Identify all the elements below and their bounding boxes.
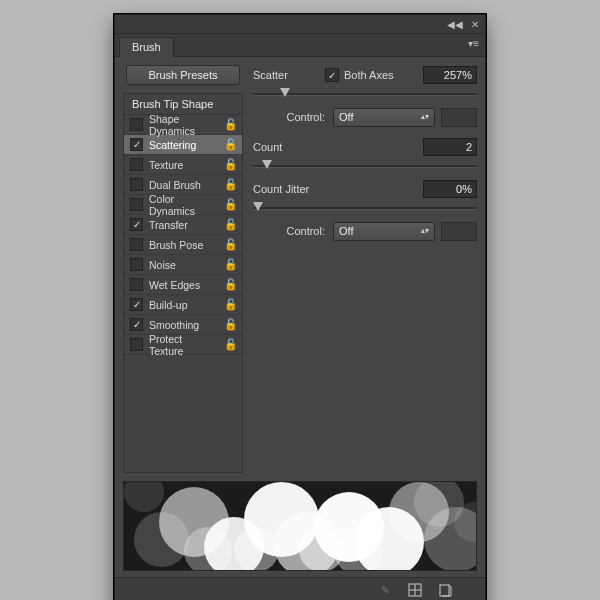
scatter-control-row: Control: Off▴▾ xyxy=(253,107,477,127)
count-row: Count 2 xyxy=(253,137,477,157)
brush-presets-button[interactable]: Brush Presets xyxy=(126,65,240,85)
count-jitter-row: Count Jitter 0% xyxy=(253,179,477,199)
new-preset-icon[interactable] xyxy=(437,582,453,598)
lock-icon[interactable]: 🔓 xyxy=(224,118,238,131)
option-scattering[interactable]: Scattering🔓 xyxy=(124,135,242,155)
option-checkbox[interactable] xyxy=(130,138,143,151)
lock-icon[interactable]: 🔓 xyxy=(224,138,238,151)
scatter-label: Scatter xyxy=(253,69,325,81)
option-shape-dynamics[interactable]: Shape Dynamics🔓 xyxy=(124,115,242,135)
option-label: Wet Edges xyxy=(149,279,218,291)
option-color-dynamics[interactable]: Color Dynamics🔓 xyxy=(124,195,242,215)
option-label: Smoothing xyxy=(149,319,218,331)
option-checkbox[interactable] xyxy=(130,118,143,131)
option-transfer[interactable]: Transfer🔓 xyxy=(124,215,242,235)
lock-icon[interactable]: 🔓 xyxy=(224,318,238,331)
both-axes-label: Both Axes xyxy=(344,69,394,81)
brush-stroke-preview xyxy=(123,481,477,571)
count-jitter-label: Count Jitter xyxy=(253,183,343,195)
chevron-updown-icon: ▴▾ xyxy=(421,227,429,235)
lock-icon[interactable]: 🔓 xyxy=(224,218,238,231)
count-jitter-control-row: Control: Off▴▾ xyxy=(253,221,477,241)
lock-icon[interactable]: 🔓 xyxy=(224,338,238,351)
option-checkbox[interactable] xyxy=(130,158,143,171)
option-checkbox[interactable] xyxy=(130,318,143,331)
option-wet-edges[interactable]: Wet Edges🔓 xyxy=(124,275,242,295)
option-protect-texture[interactable]: Protect Texture🔓 xyxy=(124,335,242,354)
option-label: Shape Dynamics xyxy=(149,113,218,137)
option-label: Transfer xyxy=(149,219,218,231)
brush-options-column: Brush Presets Brush Tip Shape Shape Dyna… xyxy=(123,65,243,473)
option-label: Protect Texture xyxy=(149,333,218,357)
option-checkbox[interactable] xyxy=(130,238,143,251)
count-label: Count xyxy=(253,141,325,153)
tab-brush[interactable]: Brush xyxy=(119,37,174,57)
option-label: Brush Pose xyxy=(149,239,218,251)
count-jitter-control-select[interactable]: Off▴▾ xyxy=(333,222,435,241)
scatter-value-input[interactable]: 257% xyxy=(423,66,477,84)
control-label-2: Control: xyxy=(253,225,333,237)
count-jitter-slider[interactable] xyxy=(253,201,477,215)
scatter-control-select[interactable]: Off▴▾ xyxy=(333,108,435,127)
option-checkbox[interactable] xyxy=(130,298,143,311)
chevron-updown-icon: ▴▾ xyxy=(421,113,429,121)
option-label: Build-up xyxy=(149,299,218,311)
option-checkbox[interactable] xyxy=(130,178,143,191)
lock-icon[interactable]: 🔓 xyxy=(224,238,238,251)
panel-footer: ✎ xyxy=(115,577,485,600)
lock-icon[interactable]: 🔓 xyxy=(224,258,238,271)
option-label: Dual Brush xyxy=(149,179,218,191)
count-slider[interactable] xyxy=(253,159,477,173)
scatter-slider[interactable] xyxy=(253,87,477,101)
option-checkbox[interactable] xyxy=(130,338,143,351)
option-checkbox[interactable] xyxy=(130,218,143,231)
lock-icon[interactable]: 🔓 xyxy=(224,158,238,171)
scatter-control-swatch xyxy=(441,108,477,127)
option-label: Noise xyxy=(149,259,218,271)
scattering-settings: Scatter Both Axes 257% Control: Off▴▾ Co… xyxy=(253,65,477,473)
lock-icon[interactable]: 🔓 xyxy=(224,298,238,311)
panel-titlebar: ◀◀ ✕ xyxy=(115,15,485,34)
options-empty-area xyxy=(123,355,243,473)
lock-icon[interactable]: 🔓 xyxy=(224,278,238,291)
option-checkbox[interactable] xyxy=(130,198,143,211)
count-jitter-control-swatch xyxy=(441,222,477,241)
count-value-input[interactable]: 2 xyxy=(423,138,477,156)
close-icon[interactable]: ✕ xyxy=(471,19,479,30)
control-label: Control: xyxy=(253,111,333,123)
option-build-up[interactable]: Build-up🔓 xyxy=(124,295,242,315)
brush-panel: ◀◀ ✕ Brush ▾≡ Brush Presets Brush Tip Sh… xyxy=(114,14,486,600)
svg-rect-3 xyxy=(440,585,449,596)
option-checkbox[interactable] xyxy=(130,278,143,291)
panel-menu-icon[interactable]: ▾≡ xyxy=(468,38,479,49)
option-noise[interactable]: Noise🔓 xyxy=(124,255,242,275)
option-label: Scattering xyxy=(149,139,218,151)
option-texture[interactable]: Texture🔓 xyxy=(124,155,242,175)
both-axes-checkbox[interactable] xyxy=(325,68,339,82)
option-brush-pose[interactable]: Brush Pose🔓 xyxy=(124,235,242,255)
scatter-row: Scatter Both Axes 257% xyxy=(253,65,477,85)
lock-icon[interactable]: 🔓 xyxy=(224,198,238,211)
collapse-icon[interactable]: ◀◀ xyxy=(447,19,463,30)
panel-tab-row: Brush ▾≡ xyxy=(115,34,485,57)
brush-options-list: Brush Tip Shape Shape Dynamics🔓Scatterin… xyxy=(123,93,243,355)
lock-icon[interactable]: 🔓 xyxy=(224,178,238,191)
option-label: Texture xyxy=(149,159,218,171)
option-checkbox[interactable] xyxy=(130,258,143,271)
toggle-brush-panel-icon[interactable]: ✎ xyxy=(377,582,393,598)
preset-view-icon[interactable] xyxy=(407,582,423,598)
count-jitter-value-input[interactable]: 0% xyxy=(423,180,477,198)
option-label: Color Dynamics xyxy=(149,193,218,217)
